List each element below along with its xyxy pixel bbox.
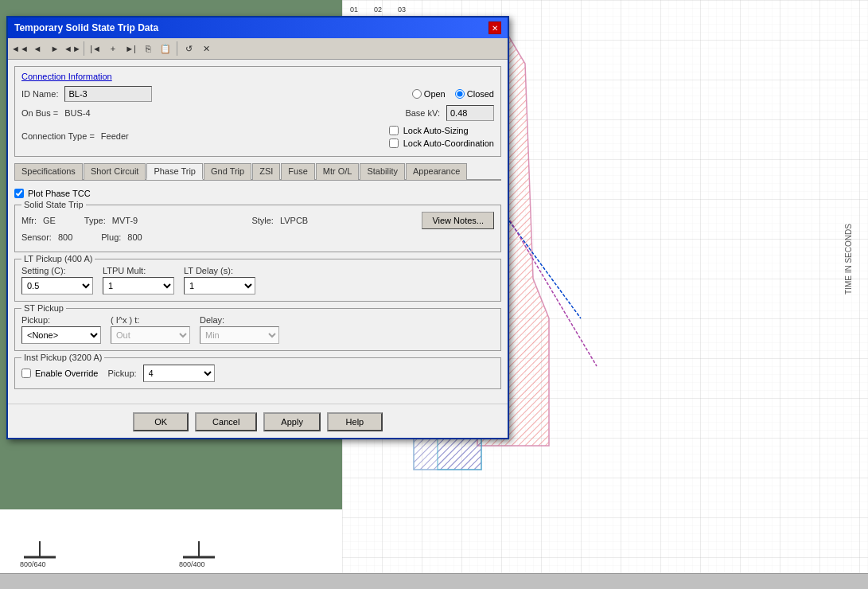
plot-tcc-label: Plot Phase TCC bbox=[28, 189, 91, 198]
separator-1 bbox=[84, 41, 84, 56]
plot-tcc-checkbox[interactable] bbox=[14, 189, 24, 198]
sensor-row: Sensor: 800 Plug: 800 bbox=[21, 232, 494, 242]
tab-phase-trip[interactable]: Phase Trip bbox=[146, 163, 203, 180]
add-button[interactable]: + bbox=[105, 41, 121, 57]
nav-jump-start-button[interactable]: |◄ bbox=[88, 41, 103, 57]
plug-value: 800 bbox=[127, 232, 142, 242]
st-pickup-group: ST Pickup Pickup: <None> 2 3 4 ( I^x ) t… bbox=[14, 308, 501, 351]
title-bar: Temporary Solid State Trip Data ✕ bbox=[8, 18, 508, 38]
ltpu-mult-field: LTPU Mult: 1 2 3 4 bbox=[103, 266, 174, 294]
nav-last-button[interactable]: ◄► bbox=[64, 41, 80, 57]
base-kv-input[interactable] bbox=[446, 105, 494, 121]
help-button[interactable]: Help bbox=[327, 412, 383, 431]
i2t-field: ( I^x ) t: Out In bbox=[111, 315, 190, 344]
svg-text:01: 01 bbox=[350, 6, 358, 14]
closed-radio-label[interactable]: Closed bbox=[455, 89, 494, 99]
lt-pickup-title: LT Pickup (400 A) bbox=[21, 254, 95, 263]
tab-bar: Specifications Short Circuit Phase Trip … bbox=[14, 163, 501, 181]
open-radio[interactable] bbox=[412, 89, 422, 99]
svg-text:800/640: 800/640 bbox=[20, 560, 46, 568]
svg-text:03: 03 bbox=[398, 6, 406, 14]
open-radio-label[interactable]: Open bbox=[412, 89, 446, 99]
sld-svg: 800/640 800/400 bbox=[0, 509, 342, 573]
lock-autocoord-check[interactable] bbox=[389, 138, 399, 148]
st-pickup-fields: Pickup: <None> 2 3 4 ( I^x ) t: Out In bbox=[21, 315, 494, 344]
enable-override-row: Enable Override bbox=[21, 369, 99, 378]
mfr-value: GE bbox=[43, 216, 56, 225]
setting-field: Setting (C): 0.5 0.6 0.7 0.8 1.0 bbox=[21, 266, 93, 294]
main-dialog: Temporary Solid State Trip Data ✕ ◄◄ ◄ ►… bbox=[6, 16, 509, 439]
copy-button[interactable]: ⎘ bbox=[140, 41, 156, 57]
plot-tcc-row: Plot Phase TCC bbox=[14, 189, 501, 198]
title-bar-buttons: ✕ bbox=[488, 21, 501, 34]
st-pickup-field: Pickup: <None> 2 3 4 bbox=[21, 315, 101, 344]
svg-text:800/400: 800/400 bbox=[179, 560, 205, 568]
svg-rect-33 bbox=[0, 509, 342, 573]
svg-text:TIME IN SECONDS: TIME IN SECONDS bbox=[844, 224, 853, 294]
sensor-label: Sensor: bbox=[21, 232, 52, 242]
solid-state-trip-group: Solid State Trip Mfr: GE Type: MVT-9 Sty… bbox=[14, 205, 501, 252]
type-label: Type: bbox=[84, 216, 106, 225]
lock-autocoord-label[interactable]: Lock Auto-Coordination bbox=[389, 138, 494, 148]
closed-radio[interactable] bbox=[455, 89, 465, 99]
inst-pickup-select[interactable]: 2 3 4 5 6 bbox=[143, 365, 215, 382]
lock-autosizing-check[interactable] bbox=[389, 126, 399, 135]
status-radio-group: Open Closed bbox=[412, 89, 494, 99]
inst-pickup-label: Pickup: bbox=[108, 369, 137, 378]
plug-label: Plug: bbox=[101, 232, 121, 242]
paste-button[interactable]: 📋 bbox=[158, 41, 173, 57]
lt-pickup-fields: Setting (C): 0.5 0.6 0.7 0.8 1.0 LTPU Mu… bbox=[21, 266, 494, 294]
type-value: MVT-9 bbox=[112, 216, 138, 225]
sld-bottom: 800/640 800/400 bbox=[0, 509, 342, 573]
lock-autosizing-label[interactable]: Lock Auto-Sizing bbox=[389, 126, 494, 135]
view-notes-button[interactable]: View Notes... bbox=[422, 212, 494, 229]
mfr-label: Mfr: bbox=[21, 216, 37, 225]
enable-override-check[interactable] bbox=[21, 369, 31, 378]
st-pickup-title: ST Pickup bbox=[21, 303, 66, 313]
tab-specifications[interactable]: Specifications bbox=[14, 163, 83, 180]
id-label: ID Name: bbox=[21, 89, 58, 99]
tab-short-circuit[interactable]: Short Circuit bbox=[84, 163, 146, 180]
delete-button[interactable]: ✕ bbox=[198, 41, 214, 57]
button-row: OK Cancel Apply Help bbox=[8, 404, 508, 438]
lt-delay-select[interactable]: 1 2 3 4 6 8 bbox=[184, 277, 255, 294]
st-pickup-select[interactable]: <None> 2 3 4 bbox=[21, 326, 101, 344]
style-value: LVPCB bbox=[280, 216, 308, 225]
undo-button[interactable]: ↺ bbox=[181, 41, 197, 57]
st-delay-select[interactable]: Min 0.1 0.2 bbox=[200, 326, 279, 344]
phase-trip-content: Plot Phase TCC Solid State Trip Mfr: GE … bbox=[14, 187, 501, 397]
inst-pickup-group: Inst Pickup (3200 A) Enable Override Pic… bbox=[14, 357, 501, 389]
setting-select[interactable]: 0.5 0.6 0.7 0.8 1.0 bbox=[21, 277, 93, 294]
tab-appearance[interactable]: Appearance bbox=[406, 163, 467, 180]
style-label: Style: bbox=[251, 216, 274, 225]
i2t-select[interactable]: Out In bbox=[111, 326, 190, 344]
id-row: ID Name: Open Closed bbox=[21, 86, 494, 102]
conn-type-label: Connection Type = bbox=[21, 131, 95, 141]
enable-override-label: Enable Override bbox=[35, 369, 99, 378]
connection-section: Connection Information ID Name: Open Clo… bbox=[14, 66, 501, 157]
tab-gnd-trip[interactable]: Gnd Trip bbox=[204, 163, 251, 180]
nav-prev-button[interactable]: ◄ bbox=[29, 41, 45, 57]
ltpu-mult-select[interactable]: 1 2 3 4 bbox=[103, 277, 174, 294]
toolbar: ◄◄ ◄ ► ◄► |◄ + ►| ⎘ 📋 ↺ ✕ bbox=[8, 38, 508, 60]
tab-stability[interactable]: Stability bbox=[360, 163, 405, 180]
conn-type-value: Feeder bbox=[101, 131, 129, 141]
id-input[interactable] bbox=[64, 86, 152, 102]
nav-jump-end-button[interactable]: ►| bbox=[123, 41, 138, 57]
dialog-title: Temporary Solid State Trip Data bbox=[14, 22, 158, 33]
tab-zsi[interactable]: ZSI bbox=[252, 163, 280, 180]
cancel-button[interactable]: Cancel bbox=[195, 412, 257, 431]
close-button[interactable]: ✕ bbox=[488, 21, 501, 34]
lt-delay-field: LT Delay (s): 1 2 3 4 6 8 bbox=[184, 266, 255, 294]
dialog-content: Connection Information ID Name: Open Clo… bbox=[8, 60, 508, 404]
ok-button[interactable]: OK bbox=[133, 412, 189, 431]
tab-fuse[interactable]: Fuse bbox=[281, 163, 314, 180]
bus-row: On Bus = BUS-4 Base kV: bbox=[21, 105, 494, 121]
on-bus-label: On Bus = bbox=[21, 108, 58, 118]
apply-button[interactable]: Apply bbox=[263, 412, 321, 431]
nav-first-button[interactable]: ◄◄ bbox=[12, 41, 28, 57]
nav-next-button[interactable]: ► bbox=[47, 41, 63, 57]
inst-pickup-field: Pickup: 2 3 4 5 6 bbox=[108, 365, 215, 382]
tab-mtr-ol[interactable]: Mtr O/L bbox=[316, 163, 360, 180]
ltpu-mult-label: LTPU Mult: bbox=[103, 266, 174, 275]
